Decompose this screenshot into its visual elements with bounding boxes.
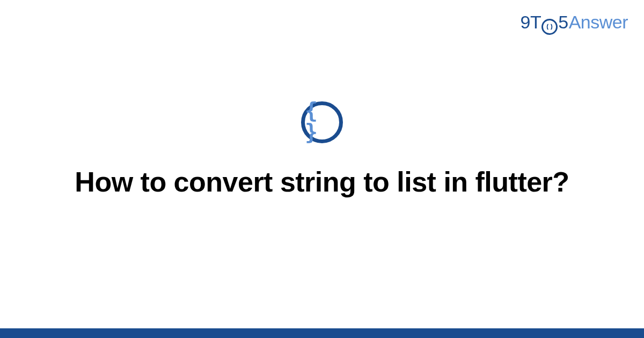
braces-symbol: { } — [305, 100, 339, 143]
question-title: How to convert string to list in flutter… — [75, 165, 569, 200]
footer-accent-bar — [0, 328, 644, 338]
code-braces-icon: { } — [301, 101, 343, 143]
main-content: { } How to convert string to list in flu… — [0, 0, 644, 338]
